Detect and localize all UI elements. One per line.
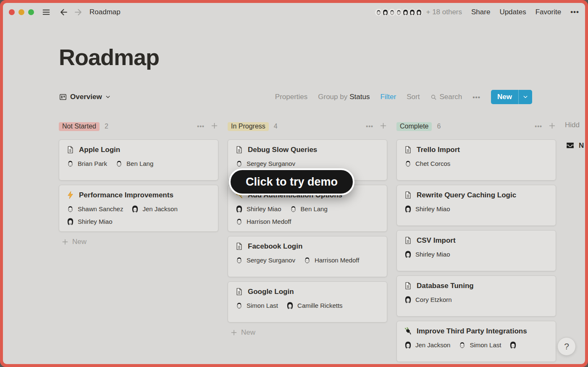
card-improve-third-party-integrations[interactable]: Improve Third Party Integrations Jen Jac…: [396, 321, 556, 362]
column-add-icon[interactable]: [548, 122, 556, 131]
group-by-button[interactable]: Group by Status: [318, 93, 370, 101]
new-dropdown-button[interactable]: [519, 90, 532, 104]
column-complete: Complete 6 ••• Trello Import: [396, 121, 556, 364]
assignee-name: Shirley Miao: [415, 205, 450, 212]
new-button[interactable]: New: [491, 90, 518, 104]
column-header: Complete 6 •••: [396, 121, 556, 132]
avatar: [509, 341, 517, 349]
assignee: Harrison Medoff: [303, 256, 359, 265]
notion-app: Roadmap + 18 others Share Updates Favori…: [3, 3, 585, 364]
avatar: [404, 159, 412, 168]
forward-icon[interactable]: [73, 7, 84, 18]
card-performance-improvements[interactable]: Performance Improvements Shawn Sanchez J…: [59, 185, 218, 232]
hidden-columns-label[interactable]: Hidd: [565, 121, 584, 129]
column-more-icon[interactable]: •••: [535, 123, 542, 130]
assignee-name: Jen Jackson: [415, 341, 450, 349]
document-icon: [235, 145, 244, 154]
status-badge[interactable]: Not Started: [59, 122, 100, 131]
filter-button[interactable]: Filter: [380, 93, 396, 101]
card-title: CSV Import: [417, 236, 456, 245]
help-button[interactable]: ?: [557, 337, 576, 356]
assignee: Cory Etzkorn: [404, 295, 452, 304]
avatar: [404, 341, 412, 349]
status-badge[interactable]: In Progress: [228, 122, 269, 131]
avatar: [66, 159, 75, 168]
toolbar-more-icon[interactable]: •••: [472, 94, 480, 101]
share-button[interactable]: Share: [471, 8, 490, 16]
card-title: Debug Slow Queries: [248, 146, 317, 154]
search-icon: [430, 94, 437, 101]
column-add-icon[interactable]: [210, 122, 218, 131]
properties-button[interactable]: Properties: [275, 93, 307, 101]
assignee: Jen Jackson: [131, 204, 177, 213]
column-not-started: Not Started 2 ••• Apple Login: [59, 121, 218, 364]
card-google-login[interactable]: Google Login Simon Last Camille Ricketts: [228, 281, 387, 322]
column-header: In Progress 4 •••: [228, 121, 387, 132]
app-window: Roadmap + 18 others Share Updates Favori…: [0, 0, 588, 367]
column-add-icon[interactable]: [379, 122, 387, 131]
card-apple-login[interactable]: Apple Login Brian Park Ben Lang: [59, 139, 218, 181]
menu-icon[interactable]: [41, 7, 52, 18]
avatar: [404, 295, 412, 304]
back-icon[interactable]: [58, 7, 69, 18]
column-more-icon[interactable]: •••: [366, 123, 373, 130]
favorite-button[interactable]: Favorite: [536, 8, 561, 16]
assignee-name: Sergey Surganov: [247, 257, 295, 264]
assignee: Simon Last: [235, 301, 278, 310]
avatar: [131, 204, 139, 213]
more-menu-icon[interactable]: •••: [570, 8, 579, 16]
window-controls: [9, 9, 34, 15]
status-badge[interactable]: Complete: [396, 122, 432, 131]
hidden-group[interactable]: N: [565, 140, 584, 151]
search-button[interactable]: Search: [430, 93, 462, 101]
add-card-button[interactable]: New: [61, 238, 218, 246]
chevron-down-icon: [522, 94, 528, 100]
avatar: [235, 217, 244, 226]
card-facebook-login[interactable]: Facebook Login Sergey Surganov Harrison …: [228, 236, 387, 277]
zoom-window-button[interactable]: [28, 9, 34, 15]
document-icon: [235, 242, 244, 251]
avatar: [286, 301, 294, 310]
card-title: Database Tuning: [417, 282, 474, 290]
tray-icon: [565, 140, 575, 151]
minimize-window-button[interactable]: [18, 9, 24, 15]
collaborator-facepile[interactable]: + 18 others: [374, 8, 462, 17]
assignee: Harrison Medoff: [235, 217, 291, 226]
avatar: [289, 204, 298, 213]
updates-button[interactable]: Updates: [499, 8, 526, 16]
column-more-icon[interactable]: •••: [197, 123, 205, 130]
document-icon: [404, 281, 412, 290]
card-csv-import[interactable]: CSV Import Shirley Miao: [396, 230, 556, 271]
avatar: [458, 341, 467, 349]
chevron-down-icon: [105, 94, 111, 100]
try-demo-button[interactable]: Click to try demo: [229, 168, 354, 195]
card-database-tuning[interactable]: Database Tuning Cory Etzkorn: [396, 275, 556, 317]
assignee: Shirley Miao: [66, 217, 113, 226]
assignee-name: Sergey Surganov: [247, 160, 295, 167]
card-trello-import[interactable]: Trello Import Chet Corcos: [396, 139, 556, 181]
new-button-group: New: [491, 90, 532, 104]
plug-icon: [404, 327, 412, 336]
sort-button[interactable]: Sort: [407, 93, 420, 101]
close-window-button[interactable]: [9, 9, 15, 15]
assignee-name: Cory Etzkorn: [415, 296, 452, 303]
plus-icon: [61, 238, 69, 246]
plus-icon: [230, 329, 238, 336]
avatar: [66, 217, 75, 226]
breadcrumb[interactable]: Roadmap: [89, 8, 121, 16]
assignee-name: Harrison Medoff: [247, 218, 291, 225]
add-card-button[interactable]: New: [230, 328, 387, 337]
card-rewrite-query-caching-logic[interactable]: Rewrite Query Caching Logic Shirley Miao: [396, 185, 556, 226]
assignee: Shirley Miao: [235, 204, 281, 213]
add-card-label: New: [241, 328, 255, 337]
assignee: Sergey Surganov: [235, 256, 295, 265]
assignee-name: Shirley Miao: [247, 205, 281, 212]
assignee-name: Ben Lang: [301, 205, 328, 212]
column-count: 2: [105, 123, 108, 130]
card-title: Apple Login: [79, 146, 120, 154]
kanban-board: Not Started 2 ••• Apple Login: [59, 121, 556, 364]
lightning-icon: [66, 191, 75, 199]
assignee: [509, 341, 520, 349]
assignee: Shirley Miao: [404, 250, 450, 259]
view-switcher[interactable]: Overview: [59, 93, 111, 101]
